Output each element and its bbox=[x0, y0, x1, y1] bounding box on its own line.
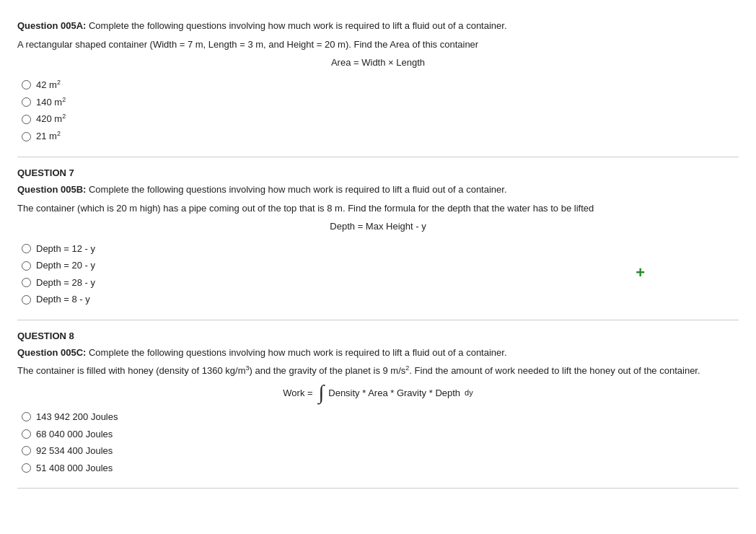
radio-51408000[interactable] bbox=[22, 463, 31, 473]
radio-92534400[interactable] bbox=[22, 446, 31, 455]
question-8-block: QUESTION 8 Question 005C: Complete the f… bbox=[17, 320, 739, 489]
question-8-section: QUESTION 8 bbox=[17, 328, 739, 341]
option-depth-8[interactable]: Depth = 8 - y bbox=[22, 292, 739, 307]
question-7-desc: Complete the following questions involvi… bbox=[89, 184, 507, 195]
radio-42[interactable] bbox=[22, 80, 31, 89]
radio-68040000[interactable] bbox=[22, 429, 31, 439]
plus-icon: + bbox=[636, 263, 645, 282]
integral-expression: Density * Area * Gravity * Depth bbox=[328, 388, 460, 398]
question-7-block: QUESTION 7 Question 005B: Complete the f… bbox=[17, 157, 739, 320]
option-92534400[interactable]: 92 534 400 Joules bbox=[22, 444, 739, 458]
question-8-text: Question 005C: Complete the following qu… bbox=[17, 346, 739, 360]
option-depth-28[interactable]: Depth = 28 - y bbox=[22, 276, 739, 290]
option-42[interactable]: 42 m2 bbox=[22, 78, 739, 92]
option-depth-20[interactable]: Depth = 20 - y bbox=[22, 258, 739, 273]
question-7-options: Depth = 12 - y Depth = 20 - y Depth = 28… bbox=[17, 242, 739, 307]
dy-label: dy bbox=[465, 388, 473, 397]
question-7-formula: Depth = Max Height - y bbox=[17, 219, 739, 235]
radio-depth-8[interactable] bbox=[22, 295, 31, 305]
question-6-options: 42 m2 140 m2 420 m2 21 m2 bbox=[17, 78, 739, 144]
question-7-options-area: Depth = 12 - y Depth = 20 - y Depth = 28… bbox=[17, 242, 739, 307]
option-143942200[interactable]: 143 942 200 Joules bbox=[22, 410, 739, 424]
radio-depth-20[interactable] bbox=[22, 261, 31, 271]
radio-depth-12[interactable] bbox=[22, 244, 31, 253]
option-68040000[interactable]: 68 040 000 Joules bbox=[22, 427, 739, 442]
option-140[interactable]: 140 m2 bbox=[22, 95, 739, 110]
question-8-desc: Complete the following questions involvi… bbox=[89, 347, 507, 358]
question-8-body: The container is filled with honey (dens… bbox=[17, 364, 739, 378]
question-7-section: QUESTION 7 bbox=[17, 165, 739, 178]
question-7-id: Question 005B: bbox=[17, 184, 86, 195]
integral-symbol: ∫ bbox=[319, 382, 325, 403]
question-6-body: A rectangular shaped container (Width = … bbox=[17, 38, 739, 52]
question-6-formula: Area = Width × Length bbox=[17, 56, 739, 71]
question-7-body: The container (which is 20 m high) has a… bbox=[17, 201, 739, 216]
work-label: Work = bbox=[283, 388, 312, 398]
radio-420[interactable] bbox=[22, 115, 31, 124]
question-8-options: 143 942 200 Joules 68 040 000 Joules 92 … bbox=[17, 410, 739, 475]
question-6-text: Question 005A: Complete the following qu… bbox=[17, 19, 739, 33]
radio-143942200[interactable] bbox=[22, 412, 31, 421]
question-6-block: Question 005A: Complete the following qu… bbox=[17, 12, 739, 157]
radio-21[interactable] bbox=[22, 132, 31, 141]
question-6-id: Question 005A: bbox=[17, 20, 86, 31]
radio-140[interactable] bbox=[22, 97, 31, 107]
option-51408000[interactable]: 51 408 000 Joules bbox=[22, 461, 739, 476]
question-8-id: Question 005C: bbox=[17, 347, 86, 358]
option-depth-12[interactable]: Depth = 12 - y bbox=[22, 242, 739, 256]
option-21[interactable]: 21 m2 bbox=[22, 129, 739, 144]
question-7-text: Question 005B: Complete the following qu… bbox=[17, 183, 739, 197]
option-420[interactable]: 420 m2 bbox=[22, 112, 739, 126]
question-6-desc: Complete the following questions involvi… bbox=[89, 20, 507, 31]
question-8-formula: Work = ∫ Density * Area * Gravity * Dept… bbox=[17, 382, 739, 403]
radio-depth-28[interactable] bbox=[22, 278, 31, 287]
